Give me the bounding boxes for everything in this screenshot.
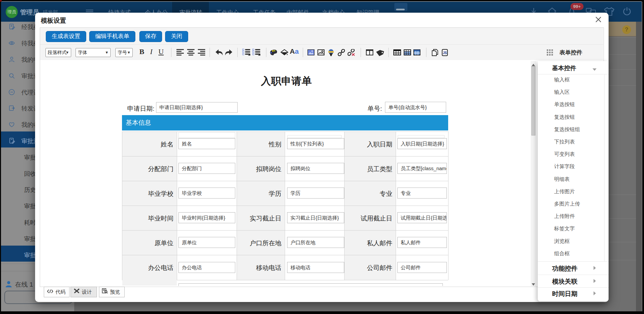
svg-text:JS: JS	[443, 51, 447, 55]
